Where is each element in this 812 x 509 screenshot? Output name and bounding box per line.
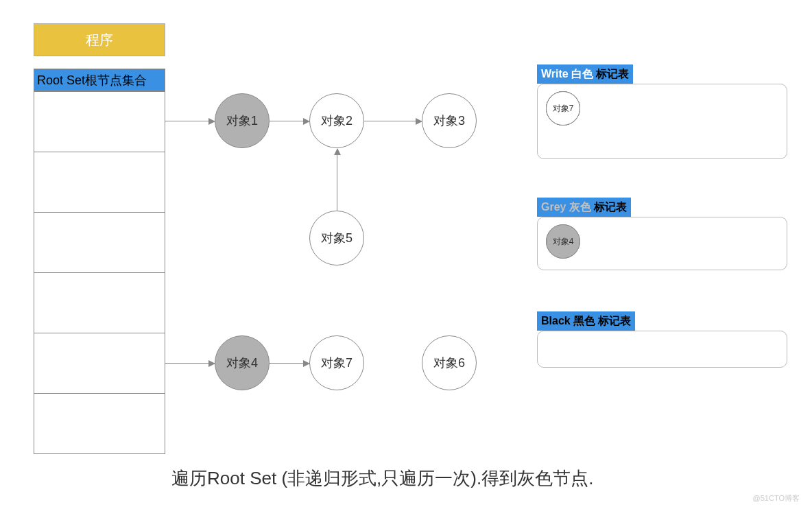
arrow-obj1-to-obj2 [270, 121, 309, 121]
white-item: 对象7 [546, 91, 580, 126]
white-table-group: Write 白色 标记表 对象2 对象3 对象5 对象6 对象7 [537, 64, 787, 159]
white-lead: Write 白色 [541, 67, 596, 82]
node-obj6: 对象6 [422, 335, 477, 390]
node-obj7: 对象7 [309, 335, 364, 390]
node-obj5: 对象5 [309, 211, 364, 265]
item-label: 对象4 [553, 236, 574, 248]
black-table-box [537, 331, 787, 368]
rootset-row [34, 272, 165, 333]
caption-text: 遍历Root Set (非递归形式,只遍历一次).得到灰色节点. [171, 468, 593, 488]
node-label: 对象5 [321, 230, 353, 246]
black-tail: 标记表 [598, 314, 631, 329]
node-obj1: 对象1 [215, 93, 270, 148]
white-table-label: Write 白色 标记表 [537, 64, 633, 84]
node-label: 对象6 [433, 355, 465, 371]
white-table-box: 对象2 对象3 对象5 对象6 对象7 [537, 84, 787, 159]
arrow-obj4-to-obj7 [270, 363, 309, 364]
rootset-grid [34, 91, 165, 454]
grey-tail: 标记表 [594, 200, 627, 215]
grey-table-group: Grey 灰色 标记表 对象1 对象4 [537, 198, 787, 270]
grey-table-label: Grey 灰色 标记表 [537, 198, 631, 217]
rootset-header: Root Set根节点集合 [34, 69, 165, 91]
node-label: 对象7 [321, 355, 353, 371]
item-label: 对象7 [553, 103, 574, 115]
program-label: 程序 [86, 31, 113, 49]
node-obj4: 对象4 [215, 335, 270, 390]
grey-lead: Grey 灰色 [541, 200, 594, 215]
arrow-obj5-to-obj2 [337, 149, 337, 211]
arrow-rootset-to-obj4 [165, 363, 215, 364]
node-label: 对象1 [226, 113, 258, 129]
rootset-label: Root Set根节点集合 [37, 72, 147, 88]
node-obj3: 对象3 [422, 93, 477, 148]
rootset-row [34, 393, 165, 453]
node-label: 对象2 [321, 113, 353, 129]
caption: 遍历Root Set (非递归形式,只遍历一次).得到灰色节点. [171, 466, 593, 490]
rootset-row [34, 333, 165, 393]
program-header: 程序 [34, 23, 165, 56]
rootset-row [34, 212, 165, 272]
grey-table-box: 对象1 对象4 [537, 217, 787, 270]
white-tail: 标记表 [596, 67, 629, 82]
rootset-row [34, 152, 165, 212]
rootset-row [34, 91, 165, 152]
node-label: 对象3 [433, 113, 465, 129]
node-label: 对象4 [226, 355, 258, 371]
black-table-group: Black 黑色 标记表 [537, 311, 787, 368]
arrow-obj2-to-obj3 [364, 121, 422, 121]
grey-item: 对象4 [546, 224, 580, 259]
black-lead: Black 黑色 [541, 314, 598, 329]
watermark-text: @51CTO博客 [753, 494, 800, 502]
watermark: @51CTO博客 [753, 493, 800, 504]
black-table-label: Black 黑色 标记表 [537, 311, 635, 331]
node-obj2: 对象2 [309, 93, 364, 148]
arrow-rootset-to-obj1 [165, 121, 215, 121]
